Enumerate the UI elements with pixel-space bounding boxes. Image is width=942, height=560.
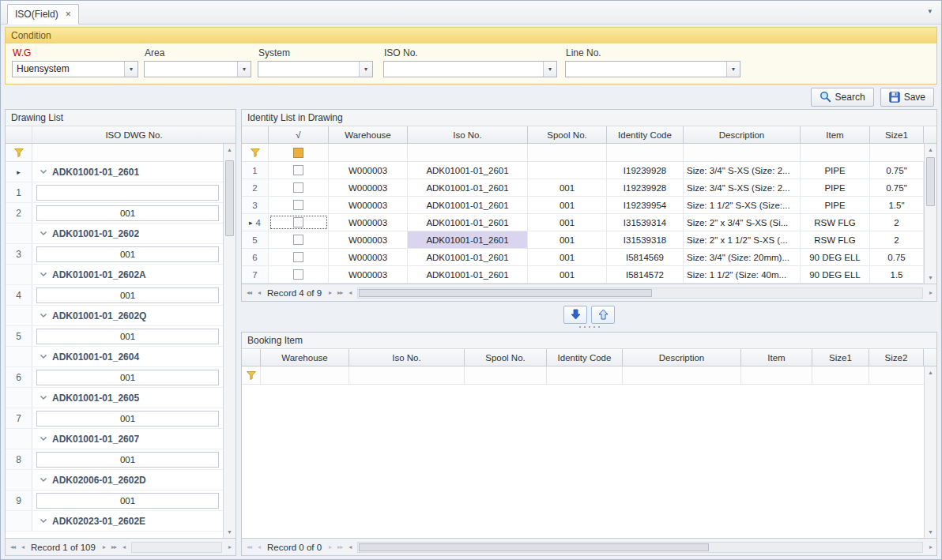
filter-funnel-icon[interactable] <box>247 371 256 380</box>
row-indicator[interactable]: 7 <box>6 408 32 428</box>
hscroll-left-button[interactable]: ◂ <box>347 289 352 296</box>
identity-code-filter-cell[interactable] <box>547 366 623 384</box>
cell-iso-no[interactable]: ADK01001-01_2601 <box>408 249 528 265</box>
drawing-group-row[interactable]: ADK02023-01_2602E <box>6 511 223 532</box>
cell-iso-no[interactable]: ADK01001-01_2601 <box>408 179 528 196</box>
size2-filter-cell[interactable] <box>869 366 924 384</box>
cell-size1[interactable]: 0.75" <box>870 162 924 179</box>
area-combobox[interactable]: ▾ <box>144 61 251 77</box>
size1-filter-cell[interactable] <box>870 144 924 161</box>
iso-no-filter-cell[interactable] <box>349 366 465 384</box>
row-checkbox[interactable] <box>293 217 303 227</box>
row-checkbox[interactable] <box>293 182 303 193</box>
row-indicator[interactable]: 7 <box>242 266 269 283</box>
filter-funnel-icon[interactable] <box>251 148 260 157</box>
dwg-revision-cell[interactable]: 001 <box>36 246 219 262</box>
size1-filter-cell[interactable] <box>812 366 869 384</box>
nav-prev-button[interactable]: ◂ <box>20 543 25 551</box>
drawing-row[interactable]: 6 001 <box>6 367 223 388</box>
group-cell[interactable]: ADK02006-01_2602D <box>32 470 223 490</box>
group-cell[interactable]: ADK02023-01_2602E <box>32 511 223 531</box>
row-indicator[interactable]: 3 <box>242 197 269 213</box>
row-indicator[interactable]: 1 <box>242 162 269 179</box>
nav-last-button[interactable]: ▸▸ <box>336 543 344 551</box>
search-button[interactable]: Search <box>811 88 874 107</box>
row-indicator[interactable]: 5 <box>6 326 32 346</box>
cell-warehouse[interactable]: W000003 <box>329 179 408 196</box>
cell-description[interactable]: Size: 3/4" S-XS (Size: 2... <box>684 179 801 196</box>
column-header-iso-no[interactable]: Iso No. <box>349 349 465 366</box>
line-no-combobox[interactable]: ▾ <box>565 61 740 77</box>
cell-warehouse[interactable]: W000003 <box>329 162 408 179</box>
collapse-chevron-icon[interactable] <box>40 395 47 400</box>
nav-first-button[interactable]: ◂◂ <box>245 543 253 551</box>
cell-identity-code[interactable]: I19239954 <box>607 197 684 213</box>
row-indicator[interactable] <box>6 429 32 449</box>
cell-iso-no[interactable]: ADK01001-01_2601 <box>408 214 528 231</box>
row-indicator[interactable]: 1 <box>6 182 32 202</box>
row-indicator[interactable]: 6 <box>6 367 32 387</box>
iso-no-combobox[interactable]: ▾ <box>383 61 557 77</box>
cell-size1[interactable]: 2 <box>870 231 924 248</box>
scroll-thumb[interactable] <box>225 160 234 236</box>
row-indicator[interactable]: 2 <box>242 179 269 196</box>
collapse-chevron-icon[interactable] <box>40 272 47 277</box>
dwg-revision-cell[interactable] <box>36 185 219 201</box>
cell-item[interactable]: PIPE <box>801 162 870 179</box>
collapse-chevron-icon[interactable] <box>40 313 47 318</box>
move-down-button[interactable] <box>563 306 587 324</box>
hscroll-thumb[interactable] <box>359 289 652 297</box>
row-indicator[interactable]: 4 <box>6 285 32 305</box>
cell-description[interactable]: Size: 1 1/2" (Size: 40m... <box>684 266 801 283</box>
hscroll-right-button[interactable]: ▸ <box>928 289 933 296</box>
nav-prev-button[interactable]: ◂ <box>256 289 262 296</box>
drawing-group-row[interactable]: ADK01001-01_2602Q <box>6 306 223 326</box>
cell-iso-no[interactable]: ADK01001-01_2601 <box>408 197 528 213</box>
tab-iso-field[interactable]: ISO(Field) × <box>7 4 79 24</box>
select-all-checkbox[interactable] <box>293 148 303 158</box>
drawing-row[interactable]: 2 001 <box>6 203 223 224</box>
line-no-dropdown-button[interactable]: ▾ <box>726 62 740 77</box>
drawing-row[interactable]: 4 001 <box>6 285 223 306</box>
cell-size1[interactable]: 0.75" <box>870 179 924 196</box>
hscroll-left-button[interactable]: ◂ <box>347 543 352 551</box>
drawing-group-row[interactable]: ADK01001-01_2602A <box>6 265 223 285</box>
cell-spool-no[interactable]: 001 <box>528 249 607 265</box>
cell-warehouse[interactable]: W000003 <box>329 266 408 283</box>
column-header-spool-no[interactable]: Spool No. <box>465 349 547 366</box>
nav-next-button[interactable]: ▸ <box>327 289 333 296</box>
cell-spool-no[interactable]: 001 <box>528 231 607 248</box>
row-indicator[interactable]: 3 <box>6 244 32 264</box>
scroll-thumb[interactable] <box>926 157 935 206</box>
cell-warehouse[interactable]: W000003 <box>329 197 408 213</box>
drawing-row[interactable]: 3 001 <box>6 244 223 265</box>
spool-no-filter-cell[interactable] <box>528 144 607 161</box>
row-indicator[interactable] <box>6 511 32 531</box>
column-header-spool-no[interactable]: Spool No. <box>528 126 607 143</box>
cell-iso-no-selected[interactable]: ADK01001-01_2601 <box>408 231 528 248</box>
item-filter-cell[interactable] <box>741 366 812 384</box>
filter-funnel-icon[interactable] <box>14 148 24 157</box>
iso-dwg-filter-cell[interactable] <box>32 144 223 161</box>
cell-warehouse[interactable]: W000003 <box>329 214 408 231</box>
row-indicator[interactable] <box>6 306 32 325</box>
collapse-chevron-icon[interactable] <box>40 436 47 442</box>
collapse-chevron-icon[interactable] <box>40 477 47 483</box>
cell-description[interactable]: Size: 2" x 3/4" S-XS (Si... <box>684 214 801 231</box>
hscroll-right-button[interactable]: ▸ <box>928 543 933 551</box>
dwg-revision-cell[interactable]: 001 <box>36 411 219 427</box>
column-header-item[interactable]: Item <box>741 349 812 366</box>
cell-item[interactable]: PIPE <box>801 197 870 213</box>
nav-first-button[interactable]: ◂◂ <box>9 543 17 551</box>
cell-description[interactable]: Size: 3/4" S-XS (Size: 2... <box>684 162 801 179</box>
cell-size1[interactable]: 0.75 <box>870 249 924 265</box>
description-filter-cell[interactable] <box>684 144 801 161</box>
column-header-identity-code[interactable]: Identity Code <box>547 349 623 366</box>
cell-size1[interactable]: 1.5" <box>870 197 924 213</box>
tab-close-icon[interactable]: × <box>66 10 71 18</box>
dwg-revision-cell[interactable]: 001 <box>36 205 219 221</box>
cell-identity-code[interactable]: I31539318 <box>607 231 684 248</box>
drawing-row[interactable]: 5 001 <box>6 326 223 347</box>
column-header-description[interactable]: Description <box>623 349 741 366</box>
collapse-chevron-icon[interactable] <box>40 518 47 524</box>
